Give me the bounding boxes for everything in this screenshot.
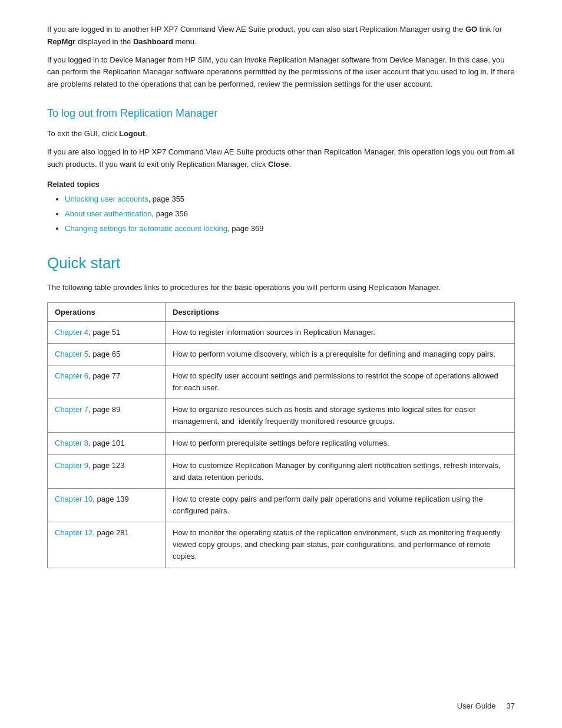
- footer-page-number: 37: [507, 701, 515, 710]
- page: If you are logged in to another HP XP7 C…: [0, 0, 562, 728]
- table-cell-desc: How to create copy pairs and perform dai…: [166, 488, 515, 522]
- account-locking-link[interactable]: Changing settings for automatic account …: [65, 224, 227, 233]
- logout-para-2: If you are also logged in to HP XP7 Comm…: [47, 146, 515, 171]
- table-cell-link: Chapter 12, page 281: [48, 522, 166, 568]
- related-topics-heading: Related topics: [47, 180, 515, 189]
- intro-para-2: If you logged in to Device Manager from …: [47, 54, 515, 91]
- table-row: Chapter 7, page 89 How to organize resou…: [48, 399, 515, 433]
- footer-label: User Guide: [457, 701, 496, 710]
- table-cell-desc: How to specify user account settings and…: [166, 365, 515, 398]
- user-authentication-link[interactable]: About user authentication: [65, 209, 151, 218]
- list-item: About user authentication, page 356: [65, 208, 515, 220]
- table-row: Chapter 4, page 51 How to register infor…: [48, 321, 515, 343]
- related-topics-list: Unlocking user accounts, page 355 About …: [65, 193, 515, 235]
- chapter12-link[interactable]: Chapter 12: [55, 528, 92, 537]
- quick-start-table: Operations Descriptions Chapter 4, page …: [47, 302, 515, 568]
- related-topics-block: Related topics Unlocking user accounts, …: [47, 180, 515, 235]
- col-header-descriptions: Descriptions: [166, 302, 515, 321]
- intro-para-1: If you are logged in to another HP XP7 C…: [47, 24, 515, 48]
- chapter5-link[interactable]: Chapter 5: [55, 350, 88, 358]
- quick-start-intro: The following table provides links to pr…: [47, 282, 515, 294]
- table-cell-link: Chapter 7, page 89: [48, 399, 166, 433]
- table-row: Chapter 10, page 139 How to create copy …: [48, 488, 515, 522]
- list-item: Changing settings for automatic account …: [65, 223, 515, 235]
- table-cell-link: Chapter 10, page 139: [48, 488, 166, 522]
- table-cell-link: Chapter 9, page 123: [48, 454, 166, 488]
- chapter10-link[interactable]: Chapter 10: [55, 495, 92, 503]
- table-cell-desc: How to monitor the operating status of t…: [166, 522, 515, 568]
- table-row: Chapter 6, page 77 How to specify user a…: [48, 365, 515, 398]
- table-header-row: Operations Descriptions: [48, 302, 515, 321]
- chapter8-link[interactable]: Chapter 8: [55, 439, 88, 447]
- logout-para-1: To exit the GUI, click Logout.: [47, 128, 515, 140]
- col-header-operations: Operations: [48, 302, 166, 321]
- table-cell-link: Chapter 6, page 77: [48, 365, 166, 398]
- table-row: Chapter 12, page 281 How to monitor the …: [48, 522, 515, 568]
- page-footer: User Guide 37: [457, 701, 515, 710]
- logout-section-heading: To log out from Replication Manager: [47, 107, 515, 120]
- list-item: Unlocking user accounts, page 355: [65, 193, 515, 206]
- table-row: Chapter 5, page 65 How to perform volume…: [48, 343, 515, 365]
- chapter9-link[interactable]: Chapter 9: [55, 461, 88, 470]
- chapter7-link[interactable]: Chapter 7: [55, 405, 88, 414]
- quick-start-heading: Quick start: [47, 254, 515, 272]
- table-cell-desc: How to customize Replication Manager by …: [166, 454, 515, 488]
- table-cell-desc: How to perform prerequisite settings bef…: [166, 433, 515, 454]
- table-row: Chapter 8, page 101 How to perform prere…: [48, 433, 515, 454]
- table-cell-desc: How to perform volume discovery, which i…: [166, 343, 515, 365]
- table-row: Chapter 9, page 123 How to customize Rep…: [48, 454, 515, 488]
- table-cell-desc: How to register information sources in R…: [166, 321, 515, 343]
- unlocking-accounts-link[interactable]: Unlocking user accounts: [65, 195, 148, 203]
- chapter4-link[interactable]: Chapter 4: [55, 328, 88, 337]
- table-cell-desc: How to organize resources such as hosts …: [166, 399, 515, 433]
- chapter6-link[interactable]: Chapter 6: [55, 371, 88, 380]
- table-cell-link: Chapter 4, page 51: [48, 321, 166, 343]
- table-cell-link: Chapter 8, page 101: [48, 433, 166, 454]
- table-cell-link: Chapter 5, page 65: [48, 343, 166, 365]
